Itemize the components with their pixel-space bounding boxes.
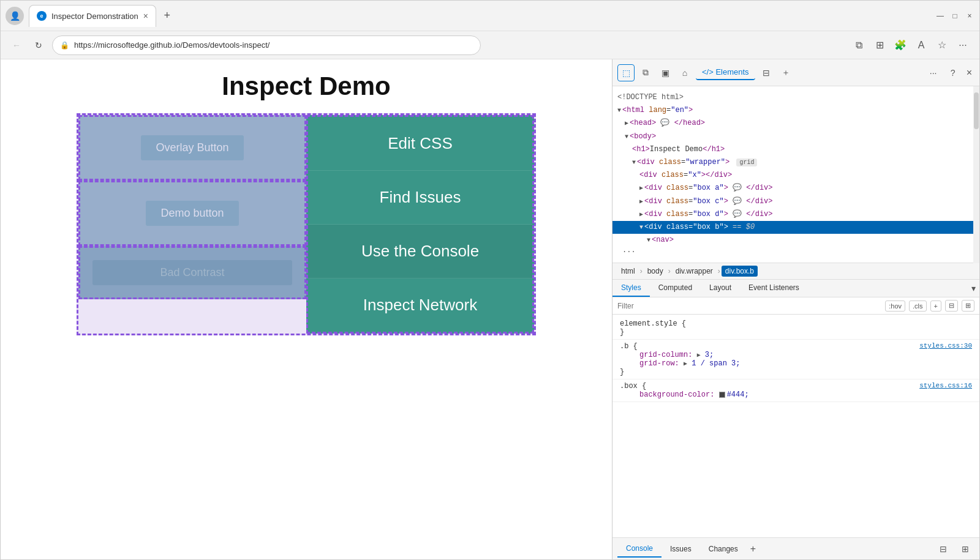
- toggle-icon[interactable]: ⊟: [945, 300, 958, 312]
- dom-line-x: <div class="x"></div>: [612, 169, 973, 182]
- more-tools-icon[interactable]: ···: [925, 64, 942, 81]
- home-icon[interactable]: ⌂: [676, 64, 693, 81]
- copy-icon[interactable]: ⊞: [962, 300, 974, 312]
- window-controls: — □ ×: [935, 11, 974, 21]
- tab-close-button[interactable]: ×: [143, 11, 148, 21]
- inspect-element-icon[interactable]: ⬚: [617, 64, 635, 81]
- add-bottom-tab-button[interactable]: +: [747, 543, 760, 554]
- favorites-icon[interactable]: ☆: [933, 36, 951, 54]
- styles-dropdown-icon[interactable]: ▾: [971, 283, 976, 293]
- sidebar-toggle-icon[interactable]: ▣: [657, 64, 674, 81]
- tab-console[interactable]: Console: [617, 540, 662, 558]
- css-selector-element: element.style {: [620, 319, 972, 328]
- tab-issues[interactable]: Issues: [662, 541, 700, 557]
- dom-line-box-c: <div class="box c"> 💬 </div>: [612, 195, 973, 208]
- active-tab[interactable]: e Inspector Demonstration ×: [29, 5, 156, 27]
- dom-line-box-b-selected[interactable]: <div class="box b"> == $0: [612, 221, 973, 234]
- styles-area: Styles Computed Layout Event Listeners ▾…: [612, 280, 979, 537]
- page-content: Inspect Demo Overlay Button Demo button …: [1, 59, 612, 559]
- tab-computed[interactable]: Computed: [650, 280, 701, 297]
- browser-toolbar: ⧉ ⊞ 🧩 A ☆ ···: [850, 36, 972, 54]
- more-button[interactable]: ···: [617, 247, 641, 258]
- use-console-link[interactable]: Use the Console: [308, 225, 532, 278]
- add-tab-icon[interactable]: ＋: [777, 64, 794, 81]
- css-block-element-style: element.style { }: [612, 317, 979, 340]
- css-selector-b-line: .b { styles.css:30: [620, 342, 972, 351]
- bottom-tabs: Console Issues Changes + ⊟ ⊞: [612, 537, 979, 559]
- tab-styles[interactable]: Styles: [612, 280, 650, 297]
- demo-grid: Overlay Button Demo button Bad Contrast …: [77, 113, 536, 335]
- tab-bar: e Inspector Demonstration × +: [29, 5, 930, 27]
- tab-event-listeners[interactable]: Event Listeners: [740, 280, 808, 297]
- tab-layout[interactable]: Layout: [701, 280, 740, 297]
- devtools-close-icon[interactable]: ×: [964, 65, 974, 81]
- minimize-button[interactable]: —: [935, 11, 945, 21]
- inspect-network-link[interactable]: Inspect Network: [308, 278, 532, 332]
- dock-side-icon[interactable]: ⊞: [956, 540, 974, 558]
- styles-filter-input[interactable]: [617, 302, 881, 310]
- page-heading: Inspect Demo: [13, 72, 600, 101]
- dom-scrollbar[interactable]: [973, 86, 979, 263]
- url-text: https://microsoftedge.github.io/Demos/de…: [74, 40, 270, 50]
- dock-bottom-icon[interactable]: ⊟: [934, 540, 952, 558]
- extensions-icon[interactable]: 🧩: [891, 36, 910, 54]
- address-bar: ← ↻ 🔒 https://microsoftedge.github.io/De…: [1, 31, 979, 59]
- breadcrumb-div-box-b[interactable]: div.box.b: [722, 266, 758, 277]
- hover-filter-button[interactable]: :hov: [885, 301, 905, 312]
- dom-line-head: <head> 💬 </head>: [612, 117, 973, 130]
- sources-icon[interactable]: ⊟: [758, 64, 775, 81]
- elements-tab-label: </> Elements: [702, 67, 749, 77]
- new-tab-button[interactable]: +: [159, 7, 176, 24]
- lock-icon: 🔒: [60, 41, 69, 50]
- add-style-button[interactable]: +: [930, 301, 941, 312]
- tab-changes[interactable]: Changes: [700, 541, 747, 557]
- back-button[interactable]: ←: [8, 37, 25, 54]
- css-block-box: .box { styles.css:16 background-color: #…: [612, 379, 979, 402]
- split-screen-icon[interactable]: ⧉: [850, 36, 868, 54]
- styles-content: element.style { } .b { styles.css:30 gri…: [612, 315, 979, 537]
- styles-filter-bar: :hov .cls + ⊟ ⊞: [612, 297, 979, 315]
- refresh-button[interactable]: ↻: [30, 37, 47, 54]
- css-prop-grid-column: grid-column: ▶ 3;: [620, 351, 972, 359]
- main-area: Inspect Demo Overlay Button Demo button …: [1, 59, 979, 559]
- overlay-button[interactable]: Overlay Button: [141, 135, 243, 160]
- close-button[interactable]: ×: [965, 11, 974, 21]
- device-emulation-icon[interactable]: ⧉: [637, 64, 654, 81]
- dom-line-body: <body>: [612, 130, 973, 143]
- breadcrumb-body[interactable]: body: [644, 266, 667, 277]
- breadcrumb-html[interactable]: html: [617, 266, 639, 277]
- tab-title: Inspector Demonstration: [51, 12, 138, 21]
- maximize-button[interactable]: □: [950, 11, 960, 21]
- cell-c: Demo button: [78, 181, 306, 246]
- styles-more: ▾: [971, 280, 979, 297]
- cell-d: Bad Contrast: [78, 246, 306, 299]
- devtools-panel: ⬚ ⧉ ▣ ⌂ </> Elements ⊟ ＋ ··· ? × <!DOCTY…: [612, 59, 979, 559]
- demo-button[interactable]: Demo button: [146, 201, 238, 226]
- dom-line-html: <html lang="en">: [612, 104, 973, 117]
- css-link-box[interactable]: styles.css:16: [919, 382, 972, 389]
- edit-css-link[interactable]: Edit CSS: [308, 117, 532, 171]
- css-selector-box-line: .box { styles.css:16: [620, 382, 972, 390]
- reader-mode-icon[interactable]: A: [912, 36, 930, 54]
- dom-line-wrapper: <div class="wrapper"> grid: [612, 156, 973, 169]
- css-prop-bg-color: background-color: #444;: [620, 390, 972, 399]
- grid-icon[interactable]: ⊞: [870, 36, 889, 54]
- elements-tab[interactable]: </> Elements: [696, 65, 755, 80]
- breadcrumb-div-wrapper[interactable]: div.wrapper: [672, 266, 717, 277]
- find-issues-link[interactable]: Find Issues: [308, 171, 532, 225]
- user-avatar[interactable]: 👤: [6, 7, 24, 25]
- styles-tabs: Styles Computed Layout Event Listeners ▾: [612, 280, 979, 297]
- help-icon[interactable]: ?: [944, 64, 962, 81]
- css-link-b[interactable]: styles.css:30: [919, 342, 972, 349]
- dom-line-box-a: <div class="box a"> 💬 </div>: [612, 182, 973, 195]
- devtools-toolbar: ⬚ ⧉ ▣ ⌂ </> Elements ⊟ ＋ ··· ? ×: [612, 59, 979, 86]
- cls-filter-button[interactable]: .cls: [909, 301, 927, 312]
- dom-tree[interactable]: <!DOCTYPE html> <html lang="en"> <head> …: [612, 86, 973, 263]
- browser-window: 👤 e Inspector Demonstration × + — □ × ← …: [0, 0, 980, 560]
- url-bar[interactable]: 🔒 https://microsoftedge.github.io/Demos/…: [52, 35, 481, 55]
- more-button-area: ···: [612, 247, 973, 258]
- cell-a: Overlay Button: [78, 115, 306, 181]
- more-icon[interactable]: ···: [954, 36, 972, 54]
- dom-area: <!DOCTYPE html> <html lang="en"> <head> …: [612, 86, 979, 263]
- bad-contrast-button[interactable]: Bad Contrast: [92, 260, 292, 285]
